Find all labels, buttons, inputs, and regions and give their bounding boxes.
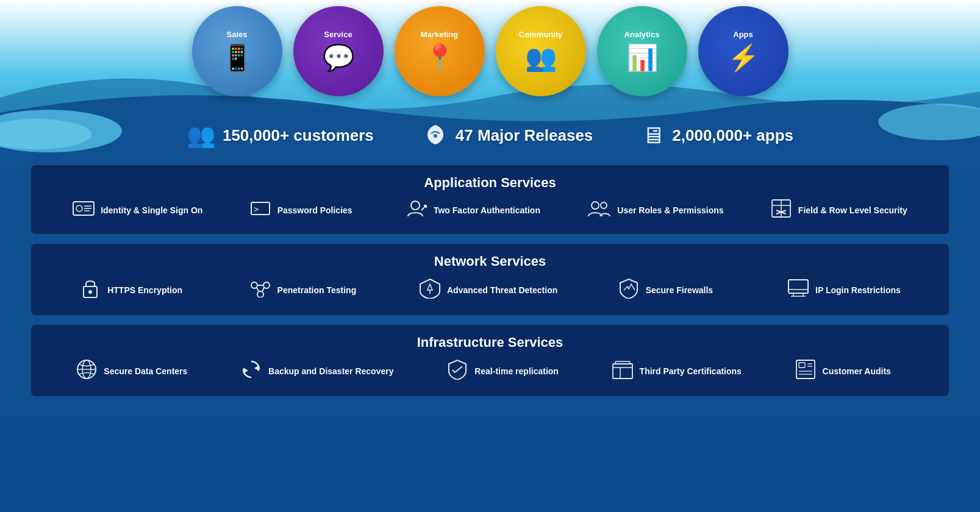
service-audits: Customer Audits [795, 359, 904, 384]
thirdparty-name: Third Party Certifications [640, 366, 742, 377]
svg-line-13 [421, 205, 426, 210]
releases-text: 47 Major Releases [456, 126, 593, 145]
customers-text: 150,000+ customers [223, 126, 374, 145]
network-services-title: Network Services [49, 254, 931, 269]
https-icon [79, 278, 101, 303]
service-replication: Real-time replication [446, 359, 559, 384]
circle-apps[interactable]: Apps ⚡ [698, 6, 789, 96]
fieldrow-icon [770, 199, 792, 222]
svg-point-27 [257, 291, 263, 297]
service-identity: Identity & Single Sign On [73, 199, 202, 222]
svg-rect-43 [613, 364, 632, 379]
svg-point-16 [592, 202, 599, 209]
circle-apps-icon: ⚡ [728, 43, 759, 73]
circle-service[interactable]: Service 💬 [293, 6, 384, 96]
svg-point-24 [88, 290, 92, 294]
iplogin-name: IP Login Restrictions [815, 285, 901, 296]
circle-marketing-label: Marketing [421, 30, 458, 39]
application-services-title: Application Services [49, 175, 931, 191]
iplogin-icon [787, 279, 809, 302]
svg-marker-31 [427, 284, 432, 290]
svg-point-17 [601, 202, 607, 208]
datacenter-name: Secure Data Centers [104, 366, 187, 377]
application-services-section: Application Services Identity & Single S… [30, 165, 950, 235]
stat-apps: 🖥 2,000,000+ apps [642, 123, 793, 149]
infrastructure-services-section: Infrastructure Services Secure Data Cent… [30, 324, 950, 397]
threat-icon [419, 278, 441, 303]
circle-analytics[interactable]: Analytics 📊 [597, 6, 687, 96]
releases-icon [423, 124, 448, 147]
service-backup: Backup and Disaster Recovery [240, 359, 393, 384]
identity-name: Identity & Single Sign On [101, 205, 202, 216]
circle-community-label: Community [519, 30, 563, 39]
application-services-items: Identity & Single Sign On >_ Password Po… [49, 199, 931, 222]
service-penetration: Penetration Testing [249, 279, 359, 302]
network-services-section: Network Services HTTPS Encryption [30, 243, 950, 316]
circle-marketing-icon: 📍 [424, 43, 456, 73]
thirdparty-icon [612, 359, 634, 384]
backup-name: Backup and Disaster Recovery [268, 366, 393, 377]
circle-service-label: Service [324, 30, 352, 39]
stats-bar: 👥 150,000+ customers 47 Major Releases 🖥… [0, 122, 980, 149]
svg-point-6 [76, 205, 82, 212]
circle-community-icon: 👥 [525, 43, 557, 73]
fieldrow-name: Field & Row Level Security [798, 205, 907, 216]
threat-name: Advanced Threat Detection [447, 285, 557, 296]
service-firewalls: Secure Firewalls [618, 278, 728, 303]
stat-releases: 47 Major Releases [423, 124, 593, 147]
service-iplogin: IP Login Restrictions [787, 279, 901, 302]
stat-customers: 👥 150,000+ customers [187, 122, 374, 149]
svg-point-26 [263, 282, 270, 288]
service-datacenter: Secure Data Centers [76, 359, 187, 384]
replication-icon [446, 359, 468, 384]
penetration-icon [249, 279, 271, 302]
svg-rect-33 [789, 280, 808, 293]
svg-rect-48 [799, 363, 805, 368]
apps-icon: 🖥 [642, 123, 665, 149]
service-password: >_ Password Policies [249, 199, 359, 222]
twofactor-name: Two Factor Authentication [434, 205, 540, 216]
service-fieldrow: Field & Row Level Security [770, 199, 907, 222]
services-container: Application Services Identity & Single S… [30, 165, 950, 397]
svg-rect-44 [615, 361, 630, 364]
apps-text: 2,000,000+ apps [672, 126, 793, 145]
backup-icon [240, 359, 262, 384]
password-icon: >_ [249, 199, 271, 222]
service-userroles: User Roles & Permissions [587, 199, 723, 222]
circle-service-icon: 💬 [323, 43, 354, 73]
firewalls-icon [618, 278, 640, 303]
svg-marker-41 [254, 365, 259, 371]
svg-point-4 [434, 134, 437, 138]
svg-point-12 [411, 201, 420, 210]
svg-point-25 [251, 282, 257, 288]
svg-marker-42 [243, 368, 248, 374]
service-twofactor: Two Factor Authentication [406, 199, 540, 222]
userroles-icon [587, 199, 611, 222]
circle-sales[interactable]: Sales 📱 [192, 6, 282, 96]
service-threat: Advanced Threat Detection [419, 278, 557, 303]
datacenter-icon [76, 359, 98, 384]
circle-community[interactable]: Community 👥 [496, 6, 586, 96]
circle-apps-label: Apps [733, 30, 753, 39]
circles-row: Sales 📱 Service 💬 Marketing 📍 Community … [0, 6, 980, 96]
infrastructure-services-items: Secure Data Centers Backup and Disaster … [49, 359, 931, 384]
circle-sales-icon: 📱 [221, 43, 253, 73]
svg-text:>_: >_ [254, 204, 264, 215]
replication-name: Real-time replication [474, 366, 559, 377]
circle-analytics-label: Analytics [624, 30, 660, 39]
circle-sales-label: Sales [227, 30, 248, 39]
customers-icon: 👥 [187, 122, 215, 149]
audits-icon [795, 359, 817, 384]
service-https: HTTPS Encryption [79, 278, 189, 303]
twofactor-icon [406, 199, 427, 222]
password-name: Password Policies [277, 205, 352, 216]
main-container: Sales 📱 Service 💬 Marketing 📍 Community … [0, 0, 980, 512]
circle-marketing[interactable]: Marketing 📍 [395, 6, 485, 96]
infrastructure-services-title: Infrastructure Services [49, 335, 931, 350]
circle-analytics-icon: 📊 [626, 43, 658, 73]
identity-icon [73, 199, 95, 222]
network-services-items: HTTPS Encryption Penetration Test [49, 278, 931, 303]
userroles-name: User Roles & Permissions [617, 205, 723, 216]
https-name: HTTPS Encryption [107, 285, 182, 296]
service-thirdparty: Third Party Certifications [612, 359, 742, 384]
